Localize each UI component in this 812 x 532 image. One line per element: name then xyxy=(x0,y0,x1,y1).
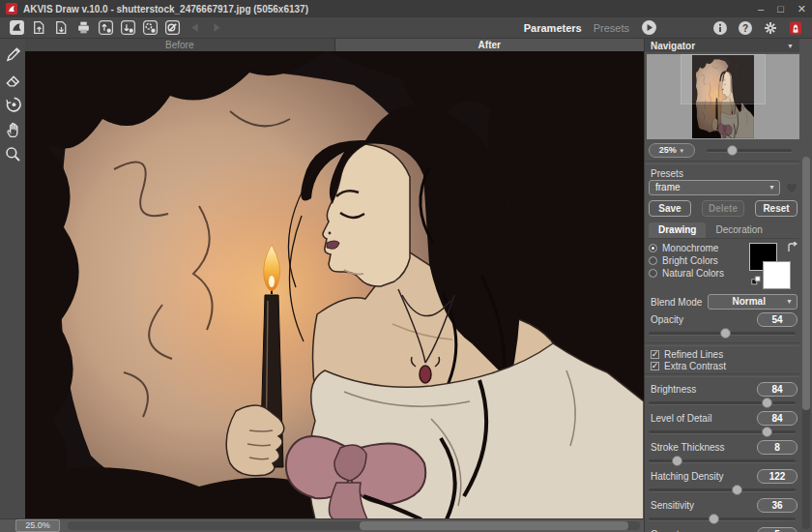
info-icon[interactable] xyxy=(711,19,729,36)
preset-select[interactable]: frame▼ xyxy=(649,180,780,195)
undo-icon xyxy=(186,19,203,36)
hatching-density-slider[interactable] xyxy=(649,485,796,495)
effect-checkboxes: ✓Refined Lines✓Extra Contrast xyxy=(645,348,799,371)
zoom-slider-handle[interactable] xyxy=(727,145,738,156)
buy-icon[interactable] xyxy=(787,19,804,36)
opacity-slider-handle[interactable] xyxy=(720,328,731,339)
view-tab-parameters[interactable]: Parameters xyxy=(524,22,582,34)
akvis-draw-window: AKVIS Draw v.10.0 - shutterstock_2476667… xyxy=(0,0,812,532)
maximize-button[interactable]: □ xyxy=(777,4,784,14)
zoom-tool-icon[interactable] xyxy=(3,144,22,163)
tab-after[interactable]: After xyxy=(335,39,645,51)
radio-dot[interactable] xyxy=(649,244,657,252)
horizontal-scrollbar-thumb[interactable] xyxy=(360,521,628,530)
opacity-value[interactable]: 54 xyxy=(757,312,798,327)
checkbox-extra-contrast[interactable]: ✓Extra Contrast xyxy=(645,360,799,371)
artwork-image xyxy=(25,51,644,519)
close-button[interactable]: ✕ xyxy=(798,4,806,14)
parameter-list: Brightness84Level of Detail84Stroke Thic… xyxy=(645,379,799,532)
navigator-collapse-icon[interactable]: ▼ xyxy=(787,43,794,49)
brightness-slider-handle[interactable] xyxy=(762,398,772,408)
brightness-label: Brightness xyxy=(651,384,757,395)
sensitivity-slider[interactable] xyxy=(649,514,796,524)
zoom-level-button[interactable]: 25% ▼ xyxy=(649,143,695,158)
navigator-title: Navigator xyxy=(651,41,695,51)
navigator-header[interactable]: Navigator ▼ xyxy=(645,39,799,52)
reset-button[interactable]: Reset xyxy=(755,200,798,217)
export-presets-icon[interactable] xyxy=(119,19,136,36)
app-logo-icon[interactable] xyxy=(8,19,25,36)
radio-bright-colors[interactable]: Bright Colors xyxy=(649,255,745,265)
view-tab-presets[interactable]: Presets xyxy=(594,22,629,34)
level-of-detail-slider-handle[interactable] xyxy=(762,427,772,437)
checkbox-refined-lines[interactable]: ✓Refined Lines xyxy=(645,348,799,360)
minimize-button[interactable]: – xyxy=(758,4,764,14)
favorite-heart-icon[interactable] xyxy=(784,180,799,195)
image-canvas[interactable] xyxy=(25,51,644,519)
statusbar-zoom-value[interactable]: 25.0% xyxy=(15,519,60,532)
pen-toggle-icon[interactable] xyxy=(163,19,181,36)
zoom-slider[interactable] xyxy=(707,145,792,156)
checkbox-label: Extra Contrast xyxy=(664,361,726,371)
panel-scrollbar[interactable] xyxy=(802,157,810,529)
swap-colors-icon[interactable] xyxy=(787,242,798,252)
stroke-thickness-slider[interactable] xyxy=(649,456,796,466)
navigator-preview[interactable] xyxy=(647,54,799,139)
brightness-slider[interactable] xyxy=(649,398,796,408)
settings-panel: Navigator ▼ 25% ▼ Presets frame▼ xyxy=(644,39,812,532)
settings-icon[interactable] xyxy=(762,19,779,36)
background-color-swatch[interactable] xyxy=(763,261,791,289)
hatching-density-value[interactable]: 122 xyxy=(757,469,798,484)
opacity-label: Opacity xyxy=(651,314,757,325)
stroke-thickness-value[interactable]: 8 xyxy=(757,440,798,455)
import-presets-icon[interactable] xyxy=(97,19,114,36)
level-of-detail-label: Level of Detail xyxy=(651,413,757,424)
save-file-icon[interactable] xyxy=(52,19,70,36)
tab-decoration[interactable]: Decoration xyxy=(706,222,771,238)
sensitivity-slider-handle[interactable] xyxy=(709,514,719,524)
help-icon[interactable]: ? xyxy=(737,19,754,36)
radio-dot[interactable] xyxy=(649,269,657,278)
level-of-detail-slider[interactable] xyxy=(649,427,796,437)
tab-before[interactable]: Before xyxy=(25,39,335,51)
hatching-density-slider-handle[interactable] xyxy=(732,485,742,495)
tab-drawing[interactable]: Drawing xyxy=(649,222,706,238)
before-after-tabs: Before After xyxy=(25,39,644,51)
level-of-detail-value[interactable]: 84 xyxy=(757,411,798,426)
tools-sidebar xyxy=(0,39,25,532)
opacity-slider[interactable] xyxy=(649,328,796,339)
style-tabs: DrawingDecoration xyxy=(649,222,799,239)
default-colors-icon[interactable] xyxy=(751,276,762,286)
radio-dot[interactable] xyxy=(649,256,657,265)
radio-natural-colors[interactable]: Natural Colors xyxy=(649,268,745,278)
batch-processing-icon[interactable] xyxy=(141,19,159,36)
radio-label: Natural Colors xyxy=(662,268,724,279)
open-file-icon[interactable] xyxy=(30,19,47,36)
curvature-value[interactable]: 5 xyxy=(757,527,798,532)
canvas-area[interactable]: Before After xyxy=(25,39,644,532)
run-icon[interactable] xyxy=(640,19,657,36)
stroke-thickness-slider-handle[interactable] xyxy=(672,456,682,466)
hand-tool-icon[interactable] xyxy=(3,119,22,138)
panel-scrollbar-thumb[interactable] xyxy=(802,157,810,410)
blend-mode-select[interactable]: Normal▼ xyxy=(708,294,798,310)
navigator-view-frame[interactable] xyxy=(682,55,765,103)
radio-monochrome[interactable]: Monochrome xyxy=(649,243,745,252)
print-icon[interactable] xyxy=(74,19,92,36)
brightness-value[interactable]: 84 xyxy=(757,382,798,397)
checkbox-box[interactable]: ✓ xyxy=(651,350,659,359)
stroke-thickness-label: Stroke Thickness xyxy=(651,442,757,453)
eraser-tool-icon[interactable] xyxy=(3,69,22,88)
horizontal-scrollbar[interactable] xyxy=(68,521,640,530)
save-preset-button[interactable]: Save xyxy=(649,200,691,217)
main-toolbar: ParametersPresets ? xyxy=(0,17,812,39)
navigator-zoom-row: 25% ▼ xyxy=(645,139,799,159)
sensitivity-value[interactable]: 36 xyxy=(757,498,798,513)
history-brush-tool-icon[interactable] xyxy=(3,94,22,113)
window-title: AKVIS Draw v.10.0 - shutterstock_2476667… xyxy=(23,4,308,15)
titlebar: AKVIS Draw v.10.0 - shutterstock_2476667… xyxy=(0,0,812,17)
checkbox-box[interactable]: ✓ xyxy=(651,362,659,370)
pencil-tool-icon[interactable] xyxy=(3,44,22,63)
radio-label: Bright Colors xyxy=(662,255,718,266)
app-icon xyxy=(6,3,17,15)
